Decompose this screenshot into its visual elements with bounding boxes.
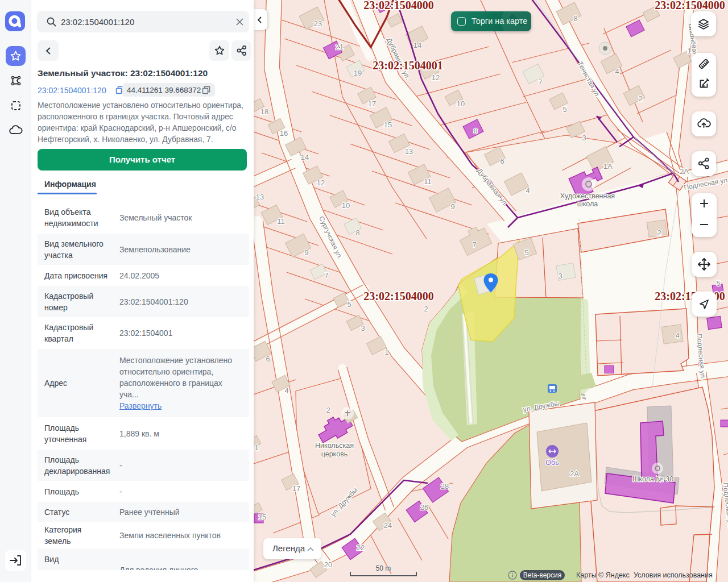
svg-text:6: 6: [266, 355, 270, 363]
svg-text:5: 5: [562, 105, 566, 114]
svg-text:22: 22: [357, 543, 365, 552]
svg-text:14: 14: [301, 153, 309, 161]
svg-text:16: 16: [280, 129, 288, 138]
svg-text:23:02:1504001: 23:02:1504001: [373, 59, 442, 72]
svg-text:1А: 1А: [603, 162, 613, 171]
svg-text:8: 8: [355, 228, 359, 237]
svg-text:1: 1: [687, 47, 691, 55]
svg-text:18: 18: [260, 107, 268, 116]
svg-text:21: 21: [336, 43, 344, 51]
svg-text:Обь: Обь: [545, 459, 559, 467]
svg-text:9: 9: [450, 202, 454, 211]
svg-text:2: 2: [657, 228, 661, 237]
svg-text:9: 9: [304, 248, 308, 257]
svg-text:8: 8: [473, 127, 477, 135]
svg-text:6: 6: [500, 157, 504, 165]
svg-text:5: 5: [347, 300, 351, 309]
svg-text:2А: 2А: [570, 469, 579, 478]
svg-text:5: 5: [716, 279, 720, 288]
svg-text:23: 23: [314, 19, 322, 28]
svg-text:28: 28: [441, 482, 449, 490]
svg-text:10: 10: [457, 99, 465, 108]
svg-text:10: 10: [342, 201, 350, 210]
svg-text:Художественная: Художественная: [560, 192, 615, 200]
svg-text:7: 7: [472, 240, 476, 249]
svg-text:23:02:1504000: 23:02:1504000: [363, 0, 433, 11]
svg-text:23:02:1504000: 23:02:1504000: [363, 290, 433, 302]
svg-text:13: 13: [405, 147, 413, 156]
svg-text:17: 17: [368, 99, 376, 108]
svg-text:3: 3: [582, 134, 586, 142]
svg-text:1: 1: [254, 443, 258, 452]
svg-text:23:02:1504000: 23:02:1504000: [655, 0, 725, 11]
svg-text:7: 7: [324, 271, 328, 280]
svg-text:4: 4: [615, 67, 619, 76]
svg-text:3: 3: [361, 324, 365, 332]
svg-text:Никольская: Никольская: [315, 442, 354, 450]
svg-text:11: 11: [277, 217, 285, 226]
svg-text:12: 12: [432, 73, 440, 82]
svg-text:2: 2: [326, 406, 330, 414]
svg-text:17: 17: [292, 484, 300, 493]
svg-text:19: 19: [354, 69, 362, 77]
svg-text:2: 2: [638, 94, 642, 103]
svg-text:1: 1: [384, 348, 388, 356]
svg-text:26: 26: [420, 503, 428, 512]
svg-text:Школа № 30: Школа № 30: [632, 475, 673, 483]
svg-text:4: 4: [284, 386, 288, 395]
svg-text:школа: школа: [577, 200, 598, 208]
svg-text:7: 7: [538, 78, 542, 86]
svg-text:13: 13: [256, 193, 264, 201]
svg-text:8: 8: [573, 14, 577, 23]
svg-text:14: 14: [413, 41, 421, 49]
svg-text:24: 24: [384, 521, 392, 530]
svg-text:5: 5: [524, 248, 528, 257]
svg-text:3: 3: [558, 272, 562, 280]
svg-text:4: 4: [675, 331, 679, 340]
svg-text:11: 11: [424, 177, 432, 186]
svg-text:2А: 2А: [680, 167, 689, 176]
svg-text:15: 15: [384, 120, 392, 129]
svg-text:церковь: церковь: [321, 450, 348, 458]
svg-text:15: 15: [258, 513, 266, 521]
svg-text:2: 2: [424, 305, 428, 313]
svg-text:4: 4: [526, 186, 530, 195]
svg-text:20: 20: [324, 560, 332, 569]
svg-text:12: 12: [317, 178, 325, 187]
